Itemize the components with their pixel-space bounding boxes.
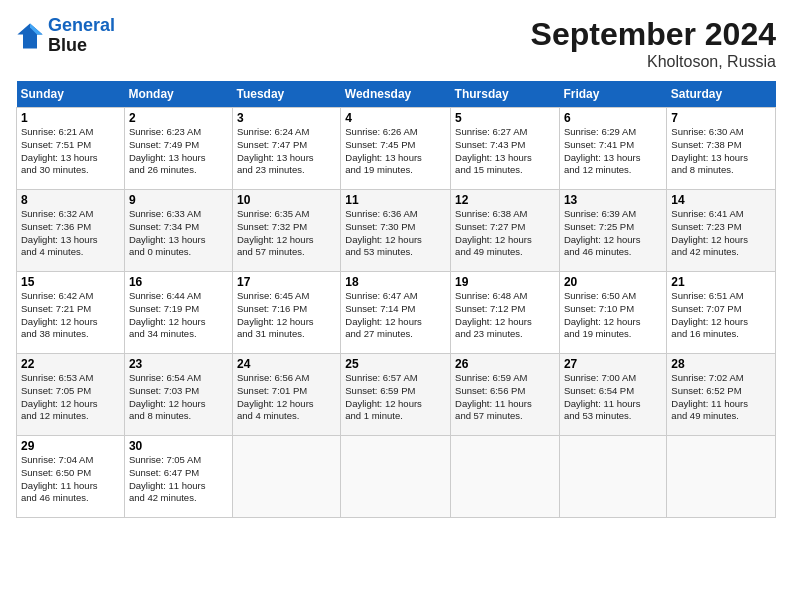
calendar-page: General Blue September 2024 Kholtoson, R… [0, 0, 792, 612]
header: General Blue September 2024 Kholtoson, R… [16, 16, 776, 71]
cell-info: Sunrise: 6:36 AMSunset: 7:30 PMDaylight:… [345, 208, 422, 257]
col-header-wednesday: Wednesday [341, 81, 451, 108]
week-row-5: 29Sunrise: 7:04 AMSunset: 6:50 PMDayligh… [17, 436, 776, 518]
day-number: 27 [564, 357, 662, 371]
cell-info: Sunrise: 7:05 AMSunset: 6:47 PMDaylight:… [129, 454, 206, 503]
calendar-cell: 29Sunrise: 7:04 AMSunset: 6:50 PMDayligh… [17, 436, 125, 518]
cell-info: Sunrise: 6:27 AMSunset: 7:43 PMDaylight:… [455, 126, 532, 175]
calendar-cell: 10Sunrise: 6:35 AMSunset: 7:32 PMDayligh… [233, 190, 341, 272]
cell-info: Sunrise: 6:45 AMSunset: 7:16 PMDaylight:… [237, 290, 314, 339]
calendar-cell: 1Sunrise: 6:21 AMSunset: 7:51 PMDaylight… [17, 108, 125, 190]
cell-info: Sunrise: 6:51 AMSunset: 7:07 PMDaylight:… [671, 290, 748, 339]
calendar-cell: 12Sunrise: 6:38 AMSunset: 7:27 PMDayligh… [451, 190, 560, 272]
week-row-3: 15Sunrise: 6:42 AMSunset: 7:21 PMDayligh… [17, 272, 776, 354]
day-number: 1 [21, 111, 120, 125]
week-row-1: 1Sunrise: 6:21 AMSunset: 7:51 PMDaylight… [17, 108, 776, 190]
col-header-monday: Monday [124, 81, 232, 108]
calendar-cell: 30Sunrise: 7:05 AMSunset: 6:47 PMDayligh… [124, 436, 232, 518]
logo-line2: Blue [48, 36, 115, 56]
day-number: 29 [21, 439, 120, 453]
day-number: 25 [345, 357, 446, 371]
calendar-cell: 19Sunrise: 6:48 AMSunset: 7:12 PMDayligh… [451, 272, 560, 354]
cell-info: Sunrise: 6:57 AMSunset: 6:59 PMDaylight:… [345, 372, 422, 421]
col-header-friday: Friday [559, 81, 666, 108]
col-header-thursday: Thursday [451, 81, 560, 108]
day-number: 17 [237, 275, 336, 289]
calendar-cell [451, 436, 560, 518]
day-number: 6 [564, 111, 662, 125]
calendar-cell [667, 436, 776, 518]
calendar-cell: 8Sunrise: 6:32 AMSunset: 7:36 PMDaylight… [17, 190, 125, 272]
cell-info: Sunrise: 6:29 AMSunset: 7:41 PMDaylight:… [564, 126, 641, 175]
calendar-cell: 25Sunrise: 6:57 AMSunset: 6:59 PMDayligh… [341, 354, 451, 436]
month-title: September 2024 [531, 16, 776, 53]
cell-info: Sunrise: 6:44 AMSunset: 7:19 PMDaylight:… [129, 290, 206, 339]
calendar-cell: 20Sunrise: 6:50 AMSunset: 7:10 PMDayligh… [559, 272, 666, 354]
col-header-tuesday: Tuesday [233, 81, 341, 108]
calendar-cell: 24Sunrise: 6:56 AMSunset: 7:01 PMDayligh… [233, 354, 341, 436]
cell-info: Sunrise: 6:59 AMSunset: 6:56 PMDaylight:… [455, 372, 532, 421]
calendar-cell: 18Sunrise: 6:47 AMSunset: 7:14 PMDayligh… [341, 272, 451, 354]
calendar-cell: 17Sunrise: 6:45 AMSunset: 7:16 PMDayligh… [233, 272, 341, 354]
calendar-cell: 16Sunrise: 6:44 AMSunset: 7:19 PMDayligh… [124, 272, 232, 354]
calendar-cell: 6Sunrise: 6:29 AMSunset: 7:41 PMDaylight… [559, 108, 666, 190]
cell-info: Sunrise: 6:56 AMSunset: 7:01 PMDaylight:… [237, 372, 314, 421]
calendar-cell: 23Sunrise: 6:54 AMSunset: 7:03 PMDayligh… [124, 354, 232, 436]
cell-info: Sunrise: 6:26 AMSunset: 7:45 PMDaylight:… [345, 126, 422, 175]
day-number: 18 [345, 275, 446, 289]
day-number: 3 [237, 111, 336, 125]
calendar-cell [233, 436, 341, 518]
calendar-cell: 7Sunrise: 6:30 AMSunset: 7:38 PMDaylight… [667, 108, 776, 190]
calendar-cell: 3Sunrise: 6:24 AMSunset: 7:47 PMDaylight… [233, 108, 341, 190]
cell-info: Sunrise: 6:48 AMSunset: 7:12 PMDaylight:… [455, 290, 532, 339]
logo: General Blue [16, 16, 115, 56]
day-number: 21 [671, 275, 771, 289]
cell-info: Sunrise: 7:04 AMSunset: 6:50 PMDaylight:… [21, 454, 98, 503]
day-number: 20 [564, 275, 662, 289]
cell-info: Sunrise: 6:50 AMSunset: 7:10 PMDaylight:… [564, 290, 641, 339]
calendar-cell: 2Sunrise: 6:23 AMSunset: 7:49 PMDaylight… [124, 108, 232, 190]
cell-info: Sunrise: 6:24 AMSunset: 7:47 PMDaylight:… [237, 126, 314, 175]
calendar-cell: 4Sunrise: 6:26 AMSunset: 7:45 PMDaylight… [341, 108, 451, 190]
day-number: 30 [129, 439, 228, 453]
calendar-cell: 27Sunrise: 7:00 AMSunset: 6:54 PMDayligh… [559, 354, 666, 436]
day-number: 22 [21, 357, 120, 371]
cell-info: Sunrise: 6:21 AMSunset: 7:51 PMDaylight:… [21, 126, 98, 175]
day-number: 19 [455, 275, 555, 289]
logo-line1: General [48, 15, 115, 35]
day-number: 15 [21, 275, 120, 289]
title-block: September 2024 Kholtoson, Russia [531, 16, 776, 71]
cell-info: Sunrise: 6:42 AMSunset: 7:21 PMDaylight:… [21, 290, 98, 339]
cell-info: Sunrise: 7:00 AMSunset: 6:54 PMDaylight:… [564, 372, 641, 421]
day-number: 16 [129, 275, 228, 289]
calendar-cell: 9Sunrise: 6:33 AMSunset: 7:34 PMDaylight… [124, 190, 232, 272]
calendar-cell: 22Sunrise: 6:53 AMSunset: 7:05 PMDayligh… [17, 354, 125, 436]
col-header-saturday: Saturday [667, 81, 776, 108]
calendar-table: SundayMondayTuesdayWednesdayThursdayFrid… [16, 81, 776, 518]
cell-info: Sunrise: 7:02 AMSunset: 6:52 PMDaylight:… [671, 372, 748, 421]
calendar-cell: 15Sunrise: 6:42 AMSunset: 7:21 PMDayligh… [17, 272, 125, 354]
day-number: 2 [129, 111, 228, 125]
day-number: 23 [129, 357, 228, 371]
cell-info: Sunrise: 6:54 AMSunset: 7:03 PMDaylight:… [129, 372, 206, 421]
day-number: 10 [237, 193, 336, 207]
day-number: 14 [671, 193, 771, 207]
cell-info: Sunrise: 6:32 AMSunset: 7:36 PMDaylight:… [21, 208, 98, 257]
day-number: 5 [455, 111, 555, 125]
day-number: 12 [455, 193, 555, 207]
calendar-cell [559, 436, 666, 518]
cell-info: Sunrise: 6:30 AMSunset: 7:38 PMDaylight:… [671, 126, 748, 175]
day-number: 26 [455, 357, 555, 371]
location: Kholtoson, Russia [531, 53, 776, 71]
cell-info: Sunrise: 6:38 AMSunset: 7:27 PMDaylight:… [455, 208, 532, 257]
cell-info: Sunrise: 6:33 AMSunset: 7:34 PMDaylight:… [129, 208, 206, 257]
day-number: 28 [671, 357, 771, 371]
day-number: 4 [345, 111, 446, 125]
day-number: 24 [237, 357, 336, 371]
calendar-cell: 26Sunrise: 6:59 AMSunset: 6:56 PMDayligh… [451, 354, 560, 436]
day-number: 9 [129, 193, 228, 207]
calendar-cell [341, 436, 451, 518]
cell-info: Sunrise: 6:53 AMSunset: 7:05 PMDaylight:… [21, 372, 98, 421]
day-number: 11 [345, 193, 446, 207]
day-number: 7 [671, 111, 771, 125]
